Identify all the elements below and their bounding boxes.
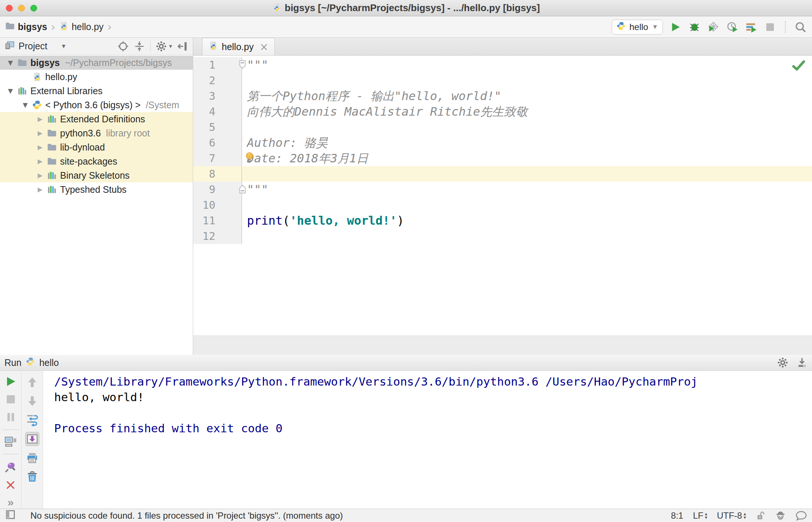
code-line-11[interactable]: 11print('hello, world!') (193, 213, 812, 228)
down-arrow-icon[interactable] (25, 394, 39, 408)
editor-gutter[interactable]: 3 (193, 88, 242, 104)
tree-item-python3-6[interactable]: ▶python3.6library root (0, 126, 193, 140)
chevron-right-icon: › (51, 20, 55, 33)
stop-icon[interactable] (4, 393, 18, 406)
tree-collapsed-arrow-icon[interactable]: ▶ (34, 186, 46, 193)
code-line-4[interactable]: 4向伟大的Dennis MacAlistair Ritchie先生致敬 (193, 104, 812, 119)
chevron-down-icon[interactable]: ▼ (61, 43, 67, 50)
code-line-6[interactable]: 6Author: 骆昊 (193, 135, 812, 151)
show-console-icon[interactable] (4, 436, 18, 449)
collapse-all-icon[interactable] (134, 41, 145, 52)
scroll-to-end-icon[interactable] (25, 432, 39, 446)
breadcrumb-item-hello-py[interactable]: hello.py (72, 22, 103, 32)
close-icon[interactable]: × (260, 41, 268, 53)
console-output[interactable]: /System/Library/Frameworks/Python.framew… (43, 371, 812, 509)
tree-collapsed-arrow-icon[interactable]: ▶ (34, 158, 46, 165)
tree-item-lib-dynload[interactable]: ▶lib-dynload (0, 140, 193, 154)
tree-expanded-arrow-icon[interactable]: ▼ (19, 101, 31, 109)
tree-item-site-packages[interactable]: ▶site-packages (0, 154, 193, 168)
editor-gutter[interactable]: 10 (193, 197, 242, 213)
tree-item-python-3-6-bigsys[interactable]: ▼< Python 3.6 (bigsys) >/System (0, 98, 193, 112)
project-tree[interactable]: ▼bigsys~/PycharmProjects/bigsyshello.py▼… (0, 55, 193, 355)
tree-item-hello-py[interactable]: hello.py (0, 70, 193, 84)
tree-item-binary-skeletons[interactable]: ▶Binary Skeletons (0, 168, 193, 182)
hector-inspector-icon[interactable] (775, 510, 786, 521)
editor-gutter[interactable]: 2 (193, 73, 242, 88)
editor-gutter[interactable]: 7 (193, 151, 242, 166)
more-icon[interactable]: » (4, 496, 18, 509)
close-icon[interactable]: × (4, 478, 18, 491)
tree-expanded-arrow-icon[interactable]: ▼ (4, 87, 16, 95)
pause-icon[interactable] (4, 411, 18, 424)
tree-collapsed-arrow-icon[interactable]: ▶ (34, 172, 46, 179)
run-button[interactable] (669, 21, 682, 33)
feedback-bubble-icon[interactable] (796, 510, 807, 521)
code-text (242, 119, 247, 135)
debug-bug-icon[interactable] (688, 21, 701, 33)
editor-gutter[interactable]: 6 (193, 135, 242, 151)
code-line-3[interactable]: 3第一个Python程序 - 输出"hello, world!" (193, 88, 812, 104)
run-panel-title[interactable]: Run (4, 357, 22, 368)
editor-gutter[interactable]: 4 (193, 104, 242, 119)
status-message[interactable]: No suspicious code found. 1 files proces… (30, 511, 343, 521)
tree-expanded-arrow-icon[interactable]: ▼ (4, 59, 16, 66)
hide-panel-icon[interactable] (177, 41, 188, 52)
profiler-icon[interactable] (726, 21, 739, 33)
tree-collapsed-arrow-icon[interactable]: ▶ (34, 115, 46, 123)
fold-marker-icon[interactable] (238, 185, 247, 195)
code-line-2[interactable]: 2 (193, 73, 812, 88)
editor-gutter[interactable]: 5 (193, 119, 242, 135)
code-line-12[interactable]: 12 (193, 228, 812, 244)
python-icon (31, 100, 43, 110)
folder-icon (16, 58, 28, 67)
clear-trash-icon[interactable] (25, 470, 39, 484)
code-line-8[interactable]: 8 (193, 166, 812, 182)
soft-wrap-icon[interactable] (25, 413, 39, 427)
project-panel-title[interactable]: Project (19, 41, 47, 52)
tree-item-external-libraries[interactable]: ▼External Libraries (0, 84, 193, 98)
tree-item-bigsys[interactable]: ▼bigsys~/PycharmProjects/bigsys (0, 56, 193, 70)
run-with-coverage-icon[interactable] (707, 21, 720, 33)
fold-marker-icon[interactable] (238, 60, 247, 70)
search-everywhere-icon[interactable] (794, 21, 807, 33)
code-line-10[interactable]: 10 (193, 197, 812, 213)
rerun-icon[interactable] (4, 375, 18, 388)
editor-gutter[interactable]: 1 (193, 57, 242, 73)
line-separator-select[interactable]: LF▴▾ (693, 511, 707, 521)
code-line-5[interactable]: 5 (193, 119, 812, 135)
code-area[interactable]: 1"""23第一个Python程序 - 输出"hello, world!"4向伟… (193, 56, 812, 336)
editor-gutter[interactable]: 9 (193, 182, 242, 197)
locate-target-icon[interactable] (118, 41, 129, 52)
run-configuration-select[interactable]: hello ▼ (612, 20, 663, 34)
zoom-window-button[interactable] (30, 5, 37, 11)
stop-button[interactable] (764, 21, 776, 33)
code-line-7[interactable]: 7Date: 2018年3月1日 (193, 151, 812, 166)
gear-icon[interactable] (156, 41, 167, 52)
editor-gutter[interactable]: 8 (193, 166, 242, 182)
caret-position[interactable]: 8:1 (671, 511, 683, 521)
encoding-select[interactable]: UTF-8▴▾ (717, 511, 746, 521)
breadcrumb-item-bigsys[interactable]: bigsys (18, 22, 47, 32)
lock-icon[interactable] (756, 511, 765, 521)
up-arrow-icon[interactable] (25, 375, 39, 389)
tree-collapsed-arrow-icon[interactable]: ▶ (34, 143, 46, 151)
minimize-window-button[interactable] (18, 5, 25, 11)
editor-gutter[interactable]: 11 (193, 213, 242, 228)
gear-icon[interactable] (777, 357, 788, 368)
tree-collapsed-arrow-icon[interactable]: ▶ (34, 129, 46, 137)
folder-icon (5, 21, 15, 33)
hide-toolwindow-icon[interactable] (796, 357, 808, 368)
toolwindow-toggle-icon[interactable] (5, 509, 16, 522)
editor-gutter[interactable]: 12 (193, 228, 242, 244)
tree-item-typeshed-stubs[interactable]: ▶Typeshed Stubs (0, 182, 193, 196)
concurrency-diagram-icon[interactable] (745, 21, 757, 33)
library-icon (46, 185, 58, 194)
print-icon[interactable] (25, 451, 39, 465)
intention-bulb-icon[interactable] (244, 152, 255, 165)
tree-item-extended-definitions[interactable]: ▶Extended Definitions (0, 112, 193, 126)
close-window-button[interactable] (6, 5, 13, 11)
tab-hello-py[interactable]: hello.py × (202, 38, 275, 55)
pin-icon[interactable] (4, 460, 18, 473)
code-line-1[interactable]: 1""" (193, 57, 812, 73)
code-line-9[interactable]: 9""" (193, 182, 812, 197)
